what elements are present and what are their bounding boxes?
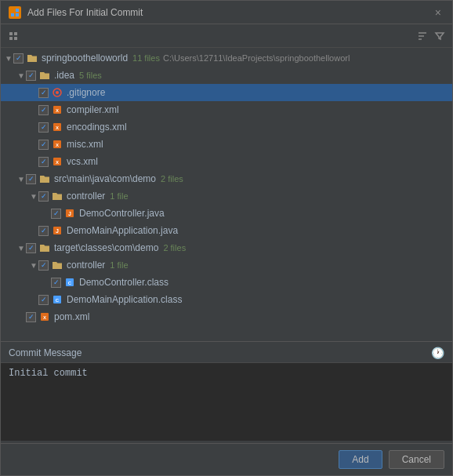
checkbox-demomainclass[interactable]	[38, 295, 49, 305]
item-meta-controller1: 1 file	[110, 191, 128, 201]
checkbox-root[interactable]	[13, 53, 24, 64]
svg-text:C: C	[56, 298, 60, 303]
xml-icon-compiler: X	[51, 104, 63, 116]
svg-rect-5	[14, 32, 17, 35]
tree-arrow-idea: ▼	[16, 71, 26, 80]
svg-rect-4	[9, 32, 13, 35]
tree-item-misc[interactable]: ▶Xmisc.xml	[1, 136, 452, 153]
svg-rect-1	[16, 9, 19, 12]
item-label-gitignore: .gitignore	[67, 87, 105, 98]
item-path-root: C:\Users\12711\IdeaProjects\springboothe…	[163, 53, 350, 63]
sort-icon[interactable]	[416, 30, 429, 42]
svg-rect-0	[11, 9, 14, 12]
item-label-srcmain: src\main\java\com\demo	[54, 173, 156, 184]
folder-icon-target	[38, 242, 51, 254]
checkbox-democontrollerclass[interactable]	[51, 278, 61, 288]
checkbox-controller1[interactable]	[38, 191, 49, 202]
svg-text:X: X	[56, 143, 59, 147]
checkbox-demomain[interactable]	[38, 226, 49, 236]
item-label-controller2: controller	[67, 260, 105, 271]
svg-rect-7	[14, 37, 17, 40]
checkbox-idea[interactable]	[26, 71, 36, 81]
svg-text:X: X	[43, 315, 46, 320]
svg-text:X: X	[56, 125, 59, 130]
xml-icon-vcs: X	[51, 155, 63, 168]
expand-tree-button[interactable]	[7, 30, 20, 42]
dialog-title: Add Files For Initial Commit	[27, 7, 432, 18]
add-files-dialog: Add Files For Initial Commit ×	[0, 0, 453, 476]
svg-rect-3	[16, 13, 19, 16]
tree-item-root[interactable]: ▼springboothelloworld11 filesC:\Users\12…	[1, 49, 452, 67]
toolbar	[1, 24, 452, 48]
item-label-root: springboothelloworld	[42, 53, 128, 64]
cancel-button[interactable]: Cancel	[389, 450, 444, 469]
xml-icon-misc: X	[51, 138, 63, 151]
svg-rect-2	[11, 13, 14, 16]
checkbox-target[interactable]	[26, 243, 36, 253]
item-label-misc: misc.xml	[67, 139, 103, 150]
svg-text:X: X	[56, 108, 59, 113]
tree-item-demomainclass[interactable]: ▶CDemoMainApplication.class	[1, 291, 452, 308]
folder-icon-controller2	[51, 259, 63, 271]
folder-icon-srcmain	[38, 173, 51, 185]
svg-rect-6	[9, 37, 13, 40]
checkbox-encodings[interactable]	[38, 122, 49, 133]
svg-text:J: J	[56, 228, 59, 234]
item-meta-idea: 5 files	[79, 71, 102, 80]
xml-icon-pomxml: X	[38, 311, 51, 323]
item-label-vcs: vcs.xml	[67, 156, 98, 167]
history-icon[interactable]: 🕐	[431, 347, 444, 359]
tree-item-pomxml[interactable]: ▶Xpom.xml	[1, 308, 452, 325]
checkbox-pomxml[interactable]	[26, 312, 36, 322]
item-label-controller1: controller	[67, 191, 105, 202]
file-tree[interactable]: ▼springboothelloworld11 filesC:\Users\12…	[1, 48, 452, 341]
tree-item-compiler[interactable]: ▶Xcompiler.xml	[1, 101, 452, 118]
tree-item-democontrollerclass[interactable]: ▶CDemoController.class	[1, 274, 452, 291]
checkbox-vcs[interactable]	[38, 157, 49, 167]
tree-item-target[interactable]: ▼target\classes\com\demo2 files	[1, 239, 452, 256]
svg-text:X: X	[56, 160, 59, 165]
button-bar: Add Cancel	[1, 443, 452, 475]
item-label-democontrollerclass: DemoController.class	[79, 277, 169, 288]
item-label-compiler: compiler.xml	[67, 104, 119, 115]
commit-header: Commit Message 🕐	[1, 342, 452, 362]
close-button[interactable]: ×	[432, 6, 444, 19]
tree-item-gitignore[interactable]: ▶.gitignore	[1, 84, 452, 101]
item-label-encodings: encodings.xml	[67, 122, 127, 133]
tree-item-demomain[interactable]: ▶JDemoMainApplication.java	[1, 222, 452, 239]
commit-message-input[interactable]	[1, 362, 452, 441]
java-icon-demomain: J	[51, 224, 63, 237]
app-icon	[9, 6, 21, 19]
svg-point-12	[56, 91, 59, 94]
checkbox-controller2[interactable]	[38, 260, 49, 271]
filter-icon[interactable]	[433, 30, 446, 42]
checkbox-gitignore[interactable]	[38, 88, 49, 98]
checkbox-democontroller[interactable]	[51, 209, 61, 219]
checkbox-misc[interactable]	[38, 140, 49, 150]
commit-section: Commit Message 🕐	[1, 341, 452, 443]
item-meta-srcmain: 2 files	[161, 174, 183, 183]
tree-arrow-target: ▼	[16, 243, 26, 253]
item-label-idea: .idea	[54, 70, 74, 81]
java-icon-democontroller: J	[63, 207, 76, 220]
item-meta-root: 11 files	[132, 53, 160, 63]
checkbox-srcmain[interactable]	[26, 174, 36, 184]
folder-icon-controller1	[51, 190, 63, 202]
git-icon-gitignore	[51, 86, 63, 99]
item-label-pomxml: pom.xml	[54, 311, 89, 322]
checkbox-compiler[interactable]	[38, 105, 49, 115]
tree-item-idea[interactable]: ▼.idea5 files	[1, 67, 452, 84]
tree-arrow-srcmain: ▼	[16, 174, 26, 183]
item-meta-controller2: 1 file	[110, 260, 128, 270]
commit-label: Commit Message	[9, 347, 82, 358]
class-icon-democontrollerclass: C	[63, 276, 76, 289]
tree-item-controller1[interactable]: ▼controller1 file	[1, 187, 452, 205]
tree-item-democontroller[interactable]: ▶JDemoController.java	[1, 205, 452, 222]
folder-icon-root	[26, 52, 38, 64]
tree-item-encodings[interactable]: ▶Xencodings.xml	[1, 118, 452, 136]
tree-item-srcmain[interactable]: ▼src\main\java\com\demo2 files	[1, 170, 452, 187]
add-button[interactable]: Add	[339, 450, 382, 469]
tree-item-vcs[interactable]: ▶Xvcs.xml	[1, 153, 452, 170]
tree-item-controller2[interactable]: ▼controller1 file	[1, 256, 452, 274]
tree-arrow-controller1: ▼	[29, 191, 38, 201]
